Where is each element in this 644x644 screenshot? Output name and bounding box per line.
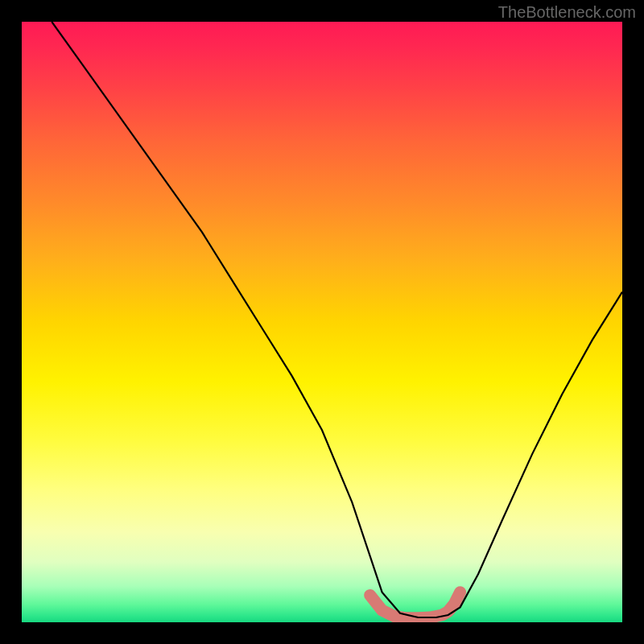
chart-svg [22, 22, 622, 622]
optimal-zone-path [370, 592, 460, 618]
attribution-text: TheBottleneck.com [498, 3, 636, 22]
bottleneck-curve-path [52, 22, 622, 617]
plot-area [22, 22, 622, 622]
